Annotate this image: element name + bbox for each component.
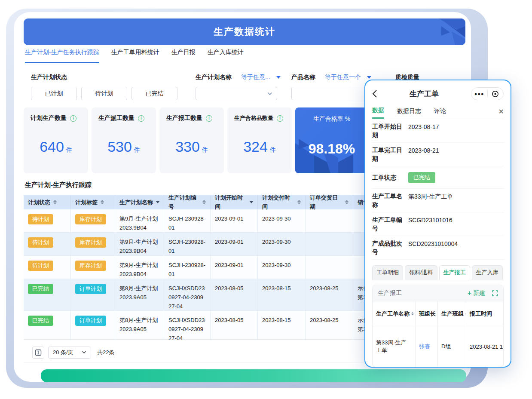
- close-circle-icon[interactable]: [488, 90, 504, 98]
- field-row-workorder-name: 生产工单名称 第33周-生产工单: [372, 189, 504, 212]
- column-header-plan-code[interactable]: 生产计划编号: [164, 195, 211, 209]
- subcard-toolbar: 生产报工 + 新建: [373, 285, 503, 301]
- stat-unit: 件: [270, 146, 276, 153]
- filter-product-label: 产品名称: [291, 74, 315, 81]
- start-time-cell: 2023-08-05: [211, 279, 258, 310]
- app-header: 生产数据统计: [24, 18, 465, 45]
- stat-card-reported-qty: 生产报工数量 i 330件: [159, 107, 224, 173]
- stat-card-dispatched-qty: 生产派工数量 i 530件: [92, 107, 156, 173]
- subtab-workorder-detail[interactable]: 工单明细: [372, 265, 403, 280]
- workorder-status-badge: 已完结: [408, 172, 435, 183]
- sort-icon[interactable]: [53, 200, 57, 204]
- plan-name-cell: 第9月-生产计划 2023.9B04: [115, 209, 164, 232]
- more-menu-icon[interactable]: ●●●: [471, 91, 487, 96]
- main-tabs: 生产计划-生产任务执行跟踪 生产工单用料统计 生产日报 生产入库统计: [25, 49, 244, 63]
- info-icon[interactable]: i: [206, 115, 212, 122]
- sort-icon[interactable]: [101, 200, 104, 204]
- tag-badge: 库存计划: [75, 214, 106, 224]
- subtab-production-report[interactable]: 生产报工: [439, 265, 470, 280]
- filter-plan-name-select[interactable]: [196, 87, 277, 100]
- stat-unit: 件: [134, 146, 140, 153]
- filter-product-input[interactable]: [291, 87, 370, 100]
- due-time-cell: 2023-09-30: [258, 256, 306, 279]
- column-header-start-time[interactable]: 计划开始时间: [211, 195, 258, 209]
- subtab-material[interactable]: 领料/退料: [405, 265, 437, 280]
- page-size-value: 20 条/页: [53, 349, 73, 356]
- tag-badge: 订单计划: [75, 316, 106, 326]
- subtable-row[interactable]: 第33周-生产工单 张睿 D组 2023-08-21 19:07: [373, 326, 503, 367]
- column-header-due-time[interactable]: 计划交付时间: [258, 195, 306, 209]
- filter-status-pending-button[interactable]: 待计划: [81, 87, 127, 100]
- report-time-cell: 2023-08-21 19:07: [466, 326, 503, 367]
- leader-cell: 张睿: [416, 326, 438, 367]
- page-size-select[interactable]: 20 条/页: [48, 347, 91, 359]
- subtable-column-time[interactable]: 报工时间: [466, 301, 503, 326]
- due-time-cell: 2023-09-30: [258, 209, 306, 232]
- tab-warehouse-entry-stats[interactable]: 生产入库统计: [208, 49, 244, 63]
- subtab-warehouse-entry[interactable]: 生产入库: [472, 265, 503, 280]
- stat-label: 生产合格品数量: [234, 114, 273, 122]
- field-label: 工单开始日期: [372, 122, 404, 139]
- panel-tab-data[interactable]: 数据: [372, 104, 384, 119]
- field-value: SCD20231010004: [408, 239, 458, 256]
- status-badge: 待计划: [28, 214, 53, 224]
- sort-desc-icon[interactable]: [250, 201, 253, 203]
- stat-card-planned-qty: 计划生产数量 i 640件: [24, 107, 88, 173]
- filter-plan-name-operator[interactable]: 等于任意...: [241, 74, 270, 81]
- info-icon[interactable]: i: [138, 115, 144, 122]
- info-icon[interactable]: i: [277, 115, 283, 122]
- caret-down-icon[interactable]: [367, 76, 371, 79]
- filter-plan-name-label: 生产计划名称: [196, 74, 232, 81]
- back-icon[interactable]: [372, 89, 377, 98]
- tab-production-plan-tracking[interactable]: 生产计划-生产任务执行跟踪: [25, 49, 99, 63]
- tag-badge: 库存计划: [75, 261, 106, 271]
- info-icon[interactable]: i: [70, 115, 76, 122]
- sort-icon[interactable]: [202, 200, 206, 204]
- expand-icon[interactable]: [492, 290, 498, 296]
- sort-icon: [411, 312, 414, 315]
- tag-badge: 库存计划: [75, 237, 106, 248]
- filter-status-buttons: 已计划 待计划 已完结: [31, 87, 177, 100]
- subtable-column-leader[interactable]: 班组长: [416, 301, 438, 326]
- tab-workorder-material-stats[interactable]: 生产工单用料统计: [111, 49, 159, 63]
- close-icon[interactable]: ×: [498, 107, 504, 116]
- page-title: 生产数据统计: [214, 25, 275, 38]
- subtable-header-row: 生产工单名称 班组长 生产班组 报工时间: [373, 301, 503, 326]
- filter-product-operator[interactable]: 等于任意一个: [325, 74, 361, 81]
- plan-code-cell: SCJHXSDD230927-04-230927-04: [164, 311, 211, 339]
- pass-rate-label: 生产合格率 %: [302, 115, 361, 123]
- field-label: 产成品批次号: [372, 239, 404, 256]
- sort-desc-icon[interactable]: [156, 201, 159, 203]
- field-value: 第33周-生产工单: [408, 192, 453, 209]
- due-time-cell: 2023-08-15: [258, 311, 306, 339]
- plan-code-cell: SCJH-230928-01: [164, 233, 211, 255]
- column-header-tag[interactable]: 计划标签: [71, 195, 115, 209]
- filter-status-planned-button[interactable]: 已计划: [31, 87, 77, 100]
- table-section-title: 生产计划-生产执行跟踪: [25, 181, 92, 189]
- stat-unit: 件: [66, 146, 72, 153]
- field-row-start-date: 工单开始日期 2023-08-17: [372, 119, 504, 143]
- filter-status-finished-button[interactable]: 已完结: [131, 87, 177, 100]
- column-header-delivery-date[interactable]: 订单交货日期: [306, 195, 353, 209]
- filter-product-caption: 产品名称 等于任意一个: [291, 74, 371, 81]
- sort-icon[interactable]: [297, 200, 301, 204]
- panel-tab-data-log[interactable]: 数据日志: [397, 104, 421, 119]
- bottom-accent-bar: [41, 369, 466, 382]
- caret-down-icon[interactable]: [276, 76, 281, 79]
- pass-rate-value: 98.18%: [302, 141, 361, 157]
- column-header-status[interactable]: 计划状态: [24, 195, 71, 209]
- plan-name-cell: 第8月-生产计划 2023.9A05: [115, 311, 164, 339]
- tab-daily-report[interactable]: 生产日报: [171, 49, 196, 63]
- column-header-plan-name[interactable]: 生产计划名称: [115, 195, 164, 209]
- panel-subtabs: 工单明细 领料/退料 生产报工 生产入库: [372, 265, 504, 280]
- new-record-button[interactable]: + 新建: [468, 289, 485, 297]
- subtable-column-team[interactable]: 生产班组: [438, 301, 466, 326]
- miniapp-capsule: ●●●: [471, 87, 504, 100]
- status-badge: 已完结: [28, 316, 53, 326]
- panel-tab-comments[interactable]: 评论: [434, 104, 446, 119]
- column-settings-button[interactable]: [32, 347, 44, 359]
- leader-link[interactable]: 张睿: [419, 343, 430, 350]
- subtable-column-name[interactable]: 生产工单名称: [373, 301, 416, 326]
- field-value: 2023-08-21: [408, 146, 439, 163]
- sort-icon[interactable]: [345, 200, 349, 204]
